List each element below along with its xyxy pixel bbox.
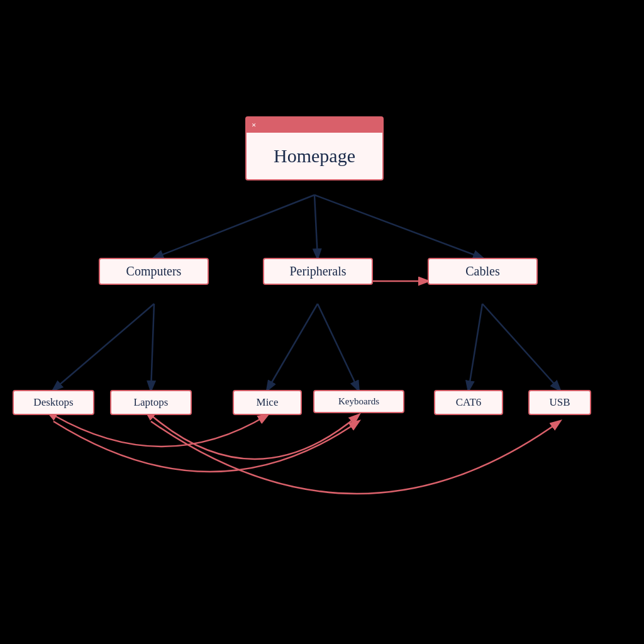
svg-line-2	[314, 195, 482, 258]
computers-node[interactable]: Computers	[99, 258, 209, 285]
svg-line-5	[267, 304, 318, 390]
svg-line-7	[469, 304, 482, 390]
homepage-node[interactable]: × Homepage	[245, 116, 384, 180]
usb-node[interactable]: USB	[528, 390, 591, 415]
svg-line-0	[154, 195, 314, 258]
node-header: ×	[247, 118, 382, 133]
cat6-node[interactable]: CAT6	[434, 390, 503, 415]
svg-line-3	[53, 304, 154, 390]
diagram-canvas: × Homepage Computers Peripherals Cables …	[0, 0, 644, 644]
close-icon: ×	[252, 120, 256, 130]
cables-label: Cables	[457, 259, 508, 284]
peripherals-label: Peripherals	[281, 259, 355, 284]
usb-label: USB	[540, 391, 579, 414]
mice-label: Mice	[248, 391, 287, 414]
keyboards-node[interactable]: Keyboards	[313, 390, 404, 413]
connection-lines	[0, 0, 644, 644]
svg-line-6	[318, 304, 358, 390]
cables-node[interactable]: Cables	[428, 258, 538, 285]
peripherals-node[interactable]: Peripherals	[263, 258, 373, 285]
homepage-label: Homepage	[265, 133, 364, 179]
desktops-node[interactable]: Desktops	[13, 390, 94, 415]
svg-line-4	[151, 304, 154, 390]
mice-node[interactable]: Mice	[233, 390, 302, 415]
desktops-label: Desktops	[25, 391, 82, 414]
laptops-node[interactable]: Laptops	[110, 390, 192, 415]
cat6-label: CAT6	[447, 391, 491, 414]
svg-line-1	[314, 195, 318, 258]
computers-label: Computers	[118, 259, 191, 284]
svg-line-8	[482, 304, 560, 390]
laptops-label: Laptops	[125, 391, 177, 414]
keyboards-label: Keyboards	[330, 391, 388, 412]
